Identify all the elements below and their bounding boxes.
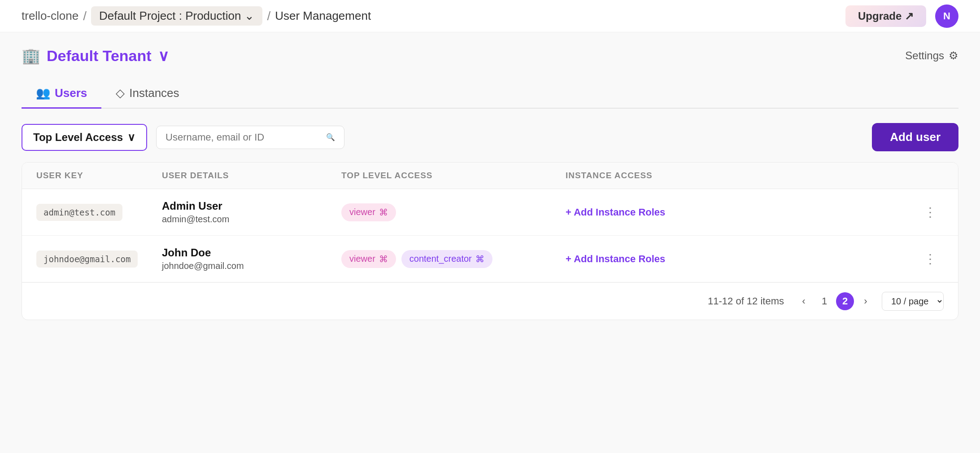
page-2-button[interactable]: 2 [836, 292, 854, 310]
user-key-badge: johndoe@gmail.com [36, 251, 138, 268]
role-label: content_creator [409, 254, 472, 264]
main-content: 🏢 Default Tenant ∨ Settings ⚙ 👥 Users ◇ … [0, 32, 980, 334]
instance-access-cell: + Add Instance Roles [566, 253, 917, 265]
role-icon: ⌘ [379, 254, 388, 264]
tenant-icon: 🏢 [22, 47, 40, 65]
avatar[interactable]: N [935, 4, 958, 28]
instances-tab-icon: ◇ [116, 86, 125, 100]
access-chevron-icon: ∨ [127, 131, 135, 144]
tab-instances[interactable]: ◇ Instances [101, 79, 193, 109]
role-badges-cell: viewer ⌘ content_creator ⌘ [341, 250, 566, 268]
pagination: 11-12 of 12 items ‹ 1 2 › 10 / page 20 /… [22, 282, 958, 320]
topnav-right: Upgrade ↗ N [845, 4, 958, 28]
role-label: viewer [349, 254, 375, 264]
user-email: admin@test.com [162, 214, 341, 224]
users-tab-label: Users [55, 86, 87, 100]
next-page-button[interactable]: › [857, 292, 875, 310]
table-row: johndoe@gmail.com John Doe johndoe@gmail… [22, 236, 958, 282]
role-label: viewer [349, 207, 375, 217]
row-more-menu[interactable]: ⋮ [917, 251, 944, 266]
user-key-cell: johndoe@gmail.com [36, 251, 162, 268]
access-button-label: Top Level Access [33, 131, 123, 144]
tenant-header: 🏢 Default Tenant ∨ Settings ⚙ [22, 47, 958, 65]
topnav: trello-clone / Default Project : Product… [0, 0, 980, 32]
pagination-info: 11-12 of 12 items [708, 295, 784, 307]
row-more-menu[interactable]: ⋮ [917, 205, 944, 220]
toolbar-left: Top Level Access ∨ 🔍 [22, 124, 344, 151]
settings-label: Settings [905, 49, 944, 62]
upgrade-button[interactable]: Upgrade ↗ [845, 5, 926, 27]
settings-area[interactable]: Settings ⚙ [905, 49, 958, 62]
breadcrumb-root[interactable]: trello-clone [22, 9, 78, 23]
user-details-cell: Admin User admin@test.com [162, 200, 341, 224]
user-details-cell: John Doe johndoe@gmail.com [162, 246, 341, 271]
top-level-access-button[interactable]: Top Level Access ∨ [22, 124, 147, 151]
user-name: John Doe [162, 246, 341, 259]
breadcrumb-sep1: / [83, 9, 87, 23]
tenant-name: Default Tenant [47, 47, 152, 65]
role-badge-content-creator[interactable]: content_creator ⌘ [401, 250, 492, 268]
col-instance-access: INSTANCE ACCESS [566, 171, 917, 180]
page-title: User Management [275, 9, 371, 23]
prev-page-button[interactable]: ‹ [795, 292, 813, 310]
search-input[interactable] [166, 132, 321, 143]
role-badges-cell: viewer ⌘ [341, 203, 566, 221]
role-icon: ⌘ [379, 207, 388, 218]
search-icon: 🔍 [326, 133, 335, 141]
search-box: 🔍 [156, 126, 344, 149]
instances-tab-label: Instances [129, 86, 179, 100]
instance-access-cell: + Add Instance Roles [566, 207, 917, 218]
col-user-key: USER KEY [36, 171, 162, 180]
user-name: Admin User [162, 200, 341, 212]
role-icon: ⌘ [475, 254, 484, 264]
users-table: USER KEY USER DETAILS TOP LEVEL ACCESS I… [22, 162, 958, 320]
table-header: USER KEY USER DETAILS TOP LEVEL ACCESS I… [22, 163, 958, 189]
settings-icon: ⚙ [949, 49, 958, 62]
tenant-chevron-icon: ∨ [158, 47, 169, 65]
breadcrumb-sep2: / [267, 9, 270, 23]
tenant-title[interactable]: 🏢 Default Tenant ∨ [22, 47, 169, 65]
users-tab-icon: 👥 [36, 86, 50, 100]
role-badge-viewer[interactable]: viewer ⌘ [341, 250, 396, 268]
table-row: admin@test.com Admin User admin@test.com… [22, 189, 958, 236]
pagination-nav: ‹ 1 2 › [795, 292, 875, 310]
tabs: 👥 Users ◇ Instances [22, 79, 958, 109]
page-1-button[interactable]: 1 [815, 292, 833, 310]
user-key-cell: admin@test.com [36, 204, 162, 221]
col-actions [917, 171, 944, 180]
page-size-select[interactable]: 10 / page 20 / page 50 / page [882, 292, 944, 311]
add-instance-roles-button[interactable]: + Add Instance Roles [566, 253, 917, 265]
add-user-button[interactable]: Add user [872, 123, 958, 151]
add-instance-roles-button[interactable]: + Add Instance Roles [566, 207, 917, 218]
role-badge-viewer[interactable]: viewer ⌘ [341, 203, 396, 221]
user-key-badge: admin@test.com [36, 204, 122, 221]
user-email: johndoe@gmail.com [162, 261, 341, 271]
breadcrumb-project[interactable]: Default Project : Production ⌄ [91, 6, 263, 26]
col-user-details: USER DETAILS [162, 171, 341, 180]
toolbar: Top Level Access ∨ 🔍 Add user [22, 123, 958, 151]
breadcrumb: trello-clone / Default Project : Product… [22, 6, 371, 26]
tab-users[interactable]: 👥 Users [22, 79, 101, 109]
col-top-level-access: TOP LEVEL ACCESS [341, 171, 566, 180]
